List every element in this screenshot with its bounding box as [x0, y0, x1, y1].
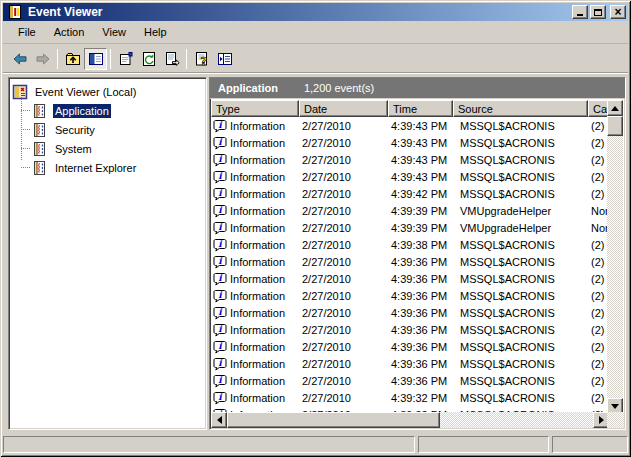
event-row[interactable]: iInformation 2/27/2010 4:39:32 PM MSSQL$…: [211, 389, 609, 406]
event-log-icon: [32, 160, 48, 176]
toolbar: ?: [3, 45, 628, 73]
back-arrow-icon: [12, 51, 28, 67]
event-row[interactable]: iInformation 2/27/2010 4:39:36 PM MSSQL$…: [211, 338, 609, 355]
minimize-button[interactable]: [572, 5, 588, 19]
vertical-scrollbar[interactable]: [607, 100, 624, 414]
toolbar-forward-button[interactable]: [31, 48, 54, 70]
help-icon: ?: [194, 51, 210, 67]
event-row[interactable]: iInformation 2/27/2010 4:39:36 PM MSSQL$…: [211, 253, 609, 270]
event-row[interactable]: iInformation 2/27/2010 4:39:39 PM VMUpgr…: [211, 202, 609, 219]
scrollbar-corner: [607, 412, 624, 428]
event-log-icon: [32, 103, 48, 119]
menu-item-help[interactable]: Help: [135, 23, 176, 41]
event-row[interactable]: iInformation 2/27/2010 4:39:43 PM MSSQL$…: [211, 134, 609, 151]
arrow-down-icon: [611, 404, 619, 409]
menu-item-view[interactable]: View: [93, 23, 135, 41]
maximize-icon: [594, 9, 602, 16]
menu-item-file[interactable]: File: [9, 23, 45, 41]
information-icon: i: [213, 391, 227, 405]
event-row[interactable]: iInformation 2/27/2010 4:39:36 PM MSSQL$…: [211, 304, 609, 321]
horizontal-scrollbar[interactable]: [211, 412, 609, 428]
properties-icon: [118, 51, 134, 67]
tree-item-application[interactable]: Application: [11, 101, 206, 120]
up-folder-icon: [65, 51, 81, 67]
toolbar-separator: [110, 49, 111, 69]
event-rows: iInformation 2/27/2010 4:39:43 PM MSSQL$…: [211, 117, 609, 414]
toolbar-show-hide-detail-pane-button[interactable]: [213, 48, 236, 70]
event-list: Type Date Time Source Category iInformat…: [211, 100, 624, 428]
toolbar-up-one-level-button[interactable]: [61, 48, 84, 70]
scroll-left-button[interactable]: [211, 412, 227, 428]
export-list-icon: [164, 51, 180, 67]
event-row[interactable]: iInformation 2/27/2010 4:39:43 PM MSSQL$…: [211, 151, 609, 168]
information-icon: i: [213, 323, 227, 337]
event-viewer-root-icon: [12, 84, 28, 100]
column-header-category[interactable]: Category: [588, 100, 609, 117]
horizontal-scroll-track[interactable]: [440, 412, 593, 428]
information-icon: i: [213, 170, 227, 184]
column-header-source[interactable]: Source: [453, 100, 588, 117]
event-row[interactable]: iInformation 2/27/2010 4:39:38 PM MSSQL$…: [211, 236, 609, 253]
title-bar[interactable]: Event Viewer ×: [3, 3, 628, 21]
information-icon: i: [213, 255, 227, 269]
console-tree-pane: Event Viewer (Local) Application Securit…: [8, 77, 207, 430]
event-row[interactable]: iInformation 2/27/2010 4:39:36 PM MSSQL$…: [211, 355, 609, 372]
event-row[interactable]: iInformation 2/27/2010 4:39:39 PM VMUpgr…: [211, 219, 609, 236]
event-row[interactable]: iInformation 2/27/2010 4:39:42 PM MSSQL$…: [211, 185, 609, 202]
close-icon: ×: [614, 7, 621, 17]
event-row[interactable]: iInformation 2/27/2010 4:39:36 PM MSSQL$…: [211, 287, 609, 304]
information-icon: i: [213, 187, 227, 201]
information-icon: i: [213, 374, 227, 388]
information-icon: i: [213, 340, 227, 354]
close-button[interactable]: ×: [610, 5, 626, 19]
svg-text:?: ?: [200, 54, 206, 66]
status-panel-2: [418, 436, 549, 453]
arrow-left-icon: [217, 416, 222, 424]
tree-root-event-viewer-local[interactable]: Event Viewer (Local): [11, 82, 206, 101]
toolbar-separator: [57, 49, 58, 69]
scroll-up-button[interactable]: [607, 100, 623, 116]
result-header: Application 1,200 event(s): [210, 78, 625, 99]
horizontal-scroll-thumb[interactable]: [227, 412, 440, 428]
minimize-icon: [577, 14, 583, 16]
column-header-date[interactable]: Date: [299, 100, 388, 117]
tree-item-security[interactable]: Security: [11, 120, 206, 139]
toolbar-back-button[interactable]: [8, 48, 31, 70]
column-header-type[interactable]: Type: [211, 100, 299, 117]
arrow-up-icon: [611, 106, 619, 111]
tree-root-label: Event Viewer (Local): [33, 85, 138, 99]
status-panel-3: [552, 436, 628, 453]
event-row[interactable]: iInformation 2/27/2010 4:39:36 PM MSSQL$…: [211, 270, 609, 287]
tree-item-internet-explorer[interactable]: Internet Explorer: [11, 158, 206, 177]
console-tree: Event Viewer (Local) Application Securit…: [9, 78, 206, 177]
toolbar-export-list-button[interactable]: [160, 48, 183, 70]
result-header-title: Application: [218, 82, 278, 94]
information-icon: i: [213, 153, 227, 167]
menu-item-action[interactable]: Action: [45, 23, 94, 41]
information-icon: i: [213, 136, 227, 150]
information-icon: i: [213, 272, 227, 286]
information-icon: i: [213, 119, 227, 133]
column-header-time[interactable]: Time: [388, 100, 453, 117]
event-viewer-app-icon: [7, 4, 23, 20]
result-pane: Application 1,200 event(s) Type Date Tim…: [209, 77, 626, 430]
information-icon: i: [213, 238, 227, 252]
information-icon: i: [213, 306, 227, 320]
maximize-button[interactable]: [590, 5, 606, 19]
toolbar-help-button[interactable]: ?: [190, 48, 213, 70]
menu-bar: File Action View Help: [3, 21, 628, 44]
information-icon: i: [213, 221, 227, 235]
information-icon: i: [213, 289, 227, 303]
event-row[interactable]: iInformation 2/27/2010 4:39:36 PM MSSQL$…: [211, 372, 609, 389]
event-row[interactable]: iInformation 2/27/2010 4:39:43 PM MSSQL$…: [211, 117, 609, 134]
toolbar-properties-button[interactable]: [114, 48, 137, 70]
toolbar-show-hide-console-tree-button[interactable]: [84, 48, 107, 70]
vertical-scroll-track[interactable]: [607, 136, 623, 398]
vertical-scroll-thumb[interactable]: [607, 116, 623, 136]
tree-item-system[interactable]: System: [11, 139, 206, 158]
event-row[interactable]: iInformation 2/27/2010 4:39:36 PM MSSQL$…: [211, 321, 609, 338]
event-row[interactable]: iInformation 2/27/2010 4:39:43 PM MSSQL$…: [211, 168, 609, 185]
toolbar-refresh-button[interactable]: [137, 48, 160, 70]
tree-children: Application Security System Inte: [11, 101, 206, 177]
result-header-count: 1,200 event(s): [304, 82, 374, 94]
